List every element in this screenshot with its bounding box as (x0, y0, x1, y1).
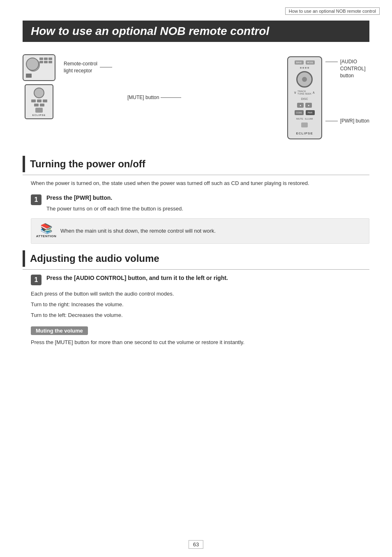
section2-title: Adjusting the audio volume (30, 253, 159, 264)
device-brand: ECLIPSE (32, 114, 46, 116)
page-header-text: How to use an optional NOB remote contro… (289, 9, 376, 14)
light-receptor-label: Remote-controllight receptor (64, 60, 97, 74)
step1-content: Press the [PWR] button. The power turns … (46, 194, 369, 213)
left-device: ECLIPSE (23, 54, 55, 119)
section2-step1: 1 Press the [AUDIO CONTROL] button, and … (31, 274, 369, 285)
section1-accent (23, 156, 25, 172)
remote-top-btns: BAND MODE (295, 60, 315, 65)
device-bottom-unit: ECLIPSE (25, 84, 53, 119)
page-title: How to use an optional NOB remote contro… (31, 25, 361, 38)
book-icon: 📚 (40, 224, 53, 233)
code-btn: CODE (295, 110, 304, 115)
right-area: BAND MODE ∨ TRACKTUNE SEEK ∧ (287, 56, 369, 139)
section2-body: 1 Press the [AUDIO CONTROL] button, and … (31, 274, 369, 347)
section2-step1-title: Press the [AUDIO CONTROL] button, and tu… (46, 274, 369, 282)
audio-control-knob (296, 71, 313, 88)
illumi-btn (301, 122, 308, 127)
mute-connector-line (161, 97, 181, 98)
light-receptor-label-row: Remote-controllight receptor (64, 60, 112, 74)
step1-badge: 1 (31, 194, 42, 205)
mute-label-text: MUTE (296, 118, 303, 120)
mute-desc: Press the [MUTE] button for more than on… (31, 338, 369, 347)
audio-control-label-row: [AUDIOCONTROL]button (325, 58, 369, 79)
pwr-label: [PWR] button (340, 118, 369, 124)
illumi-label-text: ILLUMI (305, 118, 313, 120)
attention-label: ATTENTION (36, 234, 57, 238)
section1-header: Turning the power on/off (23, 156, 369, 175)
mute-sub-tag: Muting the volume (31, 326, 88, 335)
receptor-line (100, 67, 112, 67)
audio-info1: Each press of the button will switch the… (31, 289, 369, 298)
page-header: How to use an optional NOB remote contro… (285, 7, 380, 15)
pwr-btn: PWR (306, 110, 315, 115)
page-number: 63 (189, 540, 203, 549)
step1-title: Press the [PWR] button. (46, 194, 369, 202)
section2-accent (23, 250, 25, 267)
section1-step1: 1 Press the [PWR] button. The power turn… (31, 194, 369, 213)
section2-step1-badge: 1 (31, 275, 42, 285)
section1-title: Turning the power on/off (30, 158, 145, 170)
audio-info3: Turn to the left: Decreases the volume. (31, 311, 369, 320)
bottom-slot (35, 108, 43, 113)
band-btn: BAND (295, 60, 304, 65)
diagram-area: ECLIPSE Remote-controllight receptor BAN… (23, 50, 369, 143)
device-slot (26, 74, 32, 78)
device-top-unit (23, 54, 55, 81)
pwr-line (325, 121, 338, 121)
right-labels: [AUDIOCONTROL]button [PWR] button (325, 56, 369, 124)
bottom-btn-row1 (31, 99, 47, 102)
disc-prev-btn: ▲ (297, 103, 304, 108)
title-banner: How to use an optional NOB remote contro… (23, 21, 369, 42)
mode-btn: MODE (306, 60, 315, 65)
audio-control-label: [AUDIOCONTROL]button (340, 58, 366, 79)
attention-text: When the main unit is shut down, the rem… (60, 227, 216, 235)
step1-desc: The power turns on or off each time the … (46, 205, 369, 213)
mute-label-connector: [MUTE] button (127, 95, 181, 100)
remote-control-device: BAND MODE ∨ TRACKTUNE SEEK ∧ (287, 56, 322, 139)
dots-row (300, 67, 309, 69)
mute-label-row: MUTE ILLUMI (290, 118, 320, 120)
section2-header: Adjusting the audio volume (23, 250, 369, 270)
left-label-area: Remote-controllight receptor (64, 54, 112, 74)
bottom-btn-row2 (34, 104, 44, 106)
section1-intro: When the power is turned on, the state u… (31, 179, 369, 188)
mute-label-text-diag: [MUTE] button (127, 95, 159, 100)
disc-btns: ▲ ▲ (297, 103, 312, 108)
disc-label: DISC (301, 97, 308, 100)
bottom-knob (34, 88, 44, 98)
device-btn-grid (39, 58, 52, 63)
device-knob (26, 58, 39, 71)
attention-box: 📚 ATTENTION When the main unit is shut d… (31, 218, 369, 244)
mute-pwr-row: CODE PWR (295, 110, 315, 115)
pwr-label-row: [PWR] button (325, 118, 369, 124)
audio-info2: Turn to the right: Increases the volume. (31, 300, 369, 309)
disc-next-btn: ▲ (305, 103, 312, 108)
section2-step1-content: Press the [AUDIO CONTROL] button, and tu… (46, 274, 369, 282)
section1-body: When the power is turned on, the state u… (31, 179, 369, 244)
remote-brand: ECLIPSE (296, 132, 313, 135)
audio-line (325, 62, 338, 62)
track-tune-row: ∨ TRACKTUNE SEEK ∧ (294, 90, 315, 95)
attention-icon-container: 📚 ATTENTION (37, 223, 55, 239)
